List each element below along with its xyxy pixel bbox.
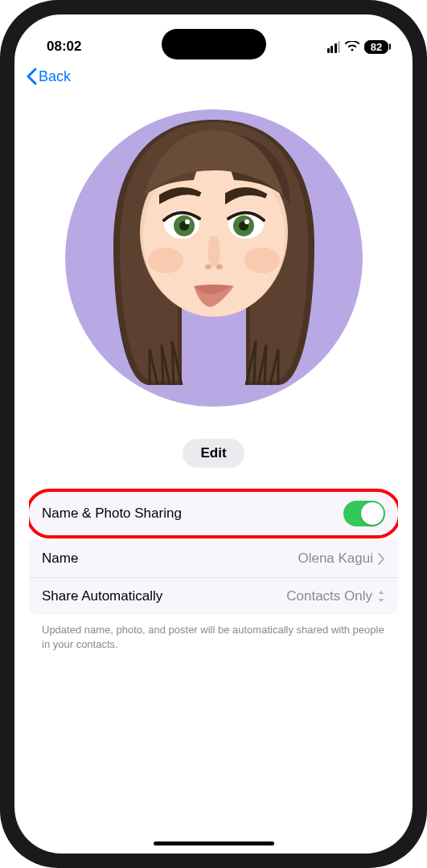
avatar-section xyxy=(14,93,413,415)
svg-point-11 xyxy=(216,264,223,269)
settings-group: Name & Photo Sharing Name Olena Kagui Sh… xyxy=(29,489,398,615)
svg-point-13 xyxy=(244,248,280,273)
svg-point-10 xyxy=(205,264,211,269)
edit-button[interactable]: Edit xyxy=(183,439,244,468)
home-indicator[interactable] xyxy=(154,841,274,845)
screen: 08:02 82 Back xyxy=(14,14,413,854)
name-label: Name xyxy=(42,551,78,567)
nav-bar: Back xyxy=(14,61,413,93)
phone-frame: 08:02 82 Back xyxy=(0,0,427,868)
signal-icon xyxy=(327,41,341,53)
memoji-avatar xyxy=(89,108,339,397)
sharing-toggle[interactable] xyxy=(343,501,385,526)
row-share-automatically[interactable]: Share Automatically Contacts Only xyxy=(29,578,398,615)
wifi-icon xyxy=(345,41,359,52)
svg-point-9 xyxy=(244,219,249,224)
share-auto-label: Share Automatically xyxy=(42,588,162,604)
back-button[interactable]: Back xyxy=(26,68,71,85)
svg-point-8 xyxy=(185,219,190,224)
dynamic-island xyxy=(162,29,266,59)
svg-point-12 xyxy=(148,248,183,273)
up-down-icon xyxy=(377,590,385,603)
sharing-label: Name & Photo Sharing xyxy=(42,506,182,522)
name-value: Olena Kagui xyxy=(298,551,373,567)
chevron-right-icon xyxy=(378,553,385,565)
battery-icon: 82 xyxy=(364,40,388,54)
row-name-photo-sharing[interactable]: Name & Photo Sharing xyxy=(29,489,398,538)
chevron-left-icon xyxy=(26,68,37,85)
footer-text: Updated name, photo, and poster will be … xyxy=(14,615,413,652)
row-name[interactable]: Name Olena Kagui xyxy=(29,540,398,578)
avatar[interactable] xyxy=(65,109,363,407)
status-time: 08:02 xyxy=(47,39,81,55)
share-auto-value: Contacts Only xyxy=(286,588,372,604)
back-label: Back xyxy=(39,68,71,85)
